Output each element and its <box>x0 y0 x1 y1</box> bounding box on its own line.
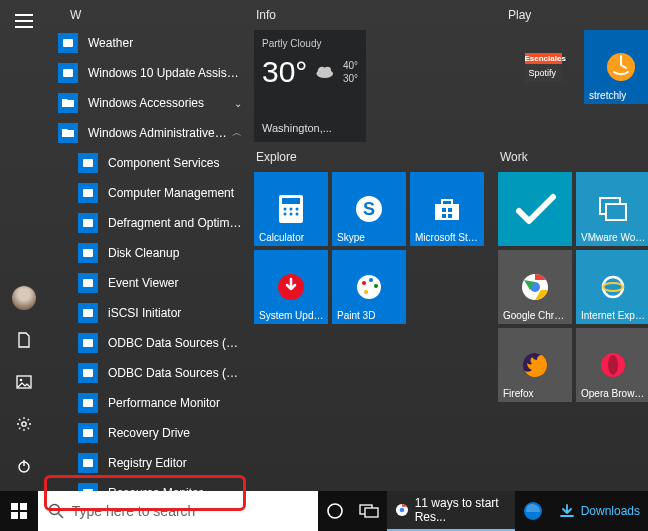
app-icon <box>78 453 98 473</box>
tile-system-update[interactable]: System Update <box>254 250 328 324</box>
app-row-performance-monitor[interactable]: Performance Monitor <box>48 388 248 418</box>
app-row-windows-accessories[interactable]: Windows Accessories⌄ <box>48 88 248 118</box>
app-row-component-services[interactable]: Component Services <box>48 148 248 178</box>
app-row-disk-cleanup[interactable]: Disk Cleanup <box>48 238 248 268</box>
svg-line-61 <box>58 514 63 519</box>
chevron-icon: ⌄ <box>234 98 242 109</box>
tile-calculator[interactable]: Calculator <box>254 172 328 246</box>
skype-icon: S <box>353 193 385 225</box>
user-avatar-button[interactable] <box>0 277 48 319</box>
tile-firefox[interactable]: Firefox <box>498 328 572 402</box>
svg-rect-12 <box>83 219 93 227</box>
folder-icon <box>58 93 78 113</box>
svg-rect-37 <box>442 208 446 212</box>
svg-rect-13 <box>83 249 93 257</box>
left-rail <box>0 0 48 491</box>
cortana-button[interactable] <box>318 491 353 531</box>
app-row-weather[interactable]: Weather <box>48 28 248 58</box>
tile-weather[interactable]: Partly Cloudy 30° 40°30° Washington,... <box>254 30 366 142</box>
vmware-icon <box>598 196 628 222</box>
chrome-icon <box>395 501 409 519</box>
app-icon <box>78 213 98 233</box>
tile-spotify[interactable]: Esenciales Spotify <box>506 30 580 104</box>
letter-header[interactable]: W <box>48 4 248 28</box>
app-icon <box>78 363 98 383</box>
svg-point-34 <box>296 213 299 216</box>
group-play: Play Esenciales Spotify stretchly <box>506 8 648 142</box>
group-explore: Explore Calculator S Skype Microsoft Sto… <box>254 150 486 402</box>
svg-point-31 <box>296 208 299 211</box>
svg-point-46 <box>364 290 368 294</box>
taskbar-app-edge[interactable] <box>515 491 551 531</box>
search-input[interactable] <box>72 503 308 519</box>
app-row-windows-10-update-assistant[interactable]: Windows 10 Update Assistant <box>48 58 248 88</box>
windows-icon <box>11 503 27 519</box>
app-row-computer-management[interactable]: Computer Management <box>48 178 248 208</box>
svg-point-52 <box>603 283 623 291</box>
group-title[interactable]: Info <box>254 8 494 22</box>
chevron-icon: ︿ <box>232 126 242 140</box>
tile-vmware[interactable]: VMware Workstation 1... <box>576 172 648 246</box>
svg-rect-19 <box>83 429 93 437</box>
pictures-button[interactable] <box>0 361 48 403</box>
weather-temp: 30° <box>262 55 307 89</box>
app-row-odbc-data-sources-64-bit-[interactable]: ODBC Data Sources (64-bit) <box>48 358 248 388</box>
svg-point-5 <box>22 422 26 426</box>
tile-check[interactable] <box>498 172 572 246</box>
tile-ie[interactable]: Internet Explorer <box>576 250 648 324</box>
tile-chrome[interactable]: Google Chrome <box>498 250 572 324</box>
group-title[interactable]: Play <box>506 8 648 22</box>
app-label: Defragment and Optimize Drives <box>108 216 242 230</box>
app-icon <box>58 33 78 53</box>
tile-microsoft-store[interactable]: Microsoft Store <box>410 172 484 246</box>
weather-city: Washington,... <box>262 122 358 134</box>
svg-point-30 <box>290 208 293 211</box>
stretchly-icon <box>604 50 638 84</box>
app-row-recovery-drive[interactable]: Recovery Drive <box>48 418 248 448</box>
svg-point-66 <box>399 508 404 513</box>
taskbar: 11 ways to start Res... Downloads <box>0 491 648 531</box>
app-row-event-viewer[interactable]: Event Viewer <box>48 268 248 298</box>
start-button[interactable] <box>0 491 38 531</box>
app-row-registry-editor[interactable]: Registry Editor <box>48 448 248 478</box>
store-icon <box>433 196 461 222</box>
app-label: Weather <box>88 36 242 50</box>
hamburger-button[interactable] <box>0 0 48 42</box>
search-box[interactable] <box>38 491 318 531</box>
taskbar-downloads[interactable]: Downloads <box>551 491 648 531</box>
tile-stretchly[interactable]: stretchly <box>584 30 648 104</box>
documents-button[interactable] <box>0 319 48 361</box>
group-title[interactable]: Explore <box>254 150 486 164</box>
group-title[interactable]: Work <box>498 150 648 164</box>
tile-opera[interactable]: Opera Browser <box>576 328 648 402</box>
app-row-windows-administrative-tools[interactable]: Windows Administrative Tools︿ <box>48 118 248 148</box>
settings-button[interactable] <box>0 403 48 445</box>
app-row-defragment-and-optimize-drives[interactable]: Defragment and Optimize Drives <box>48 208 248 238</box>
tile-paint3d[interactable]: Paint 3D <box>332 250 406 324</box>
power-button[interactable] <box>0 445 48 487</box>
tile-skype[interactable]: S Skype <box>332 172 406 246</box>
app-row-iscsi-initiator[interactable]: iSCSI Initiator <box>48 298 248 328</box>
svg-rect-15 <box>83 309 93 317</box>
app-row-odbc-data-sources-32-bit-[interactable]: ODBC Data Sources (32-bit) <box>48 328 248 358</box>
svg-point-51 <box>603 277 623 297</box>
app-label: ODBC Data Sources (64-bit) <box>108 366 242 380</box>
app-icon <box>78 183 98 203</box>
app-label: Disk Cleanup <box>108 246 242 260</box>
taskbar-app-chrome[interactable]: 11 ways to start Res... <box>387 491 515 531</box>
svg-rect-11 <box>83 189 93 197</box>
search-icon <box>48 503 64 519</box>
chrome-icon <box>520 272 550 302</box>
svg-rect-14 <box>83 279 93 287</box>
app-icon <box>78 483 98 491</box>
cloud-icon <box>315 61 335 81</box>
svg-rect-56 <box>11 503 18 510</box>
svg-point-44 <box>369 278 373 282</box>
app-label: Performance Monitor <box>108 396 242 410</box>
ie-icon <box>599 273 627 301</box>
app-row-resource-monitor[interactable]: Resource Monitor <box>48 478 248 491</box>
svg-rect-0 <box>15 14 33 16</box>
task-view-button[interactable] <box>352 491 387 531</box>
app-label: Recovery Drive <box>108 426 242 440</box>
svg-point-25 <box>324 67 331 74</box>
